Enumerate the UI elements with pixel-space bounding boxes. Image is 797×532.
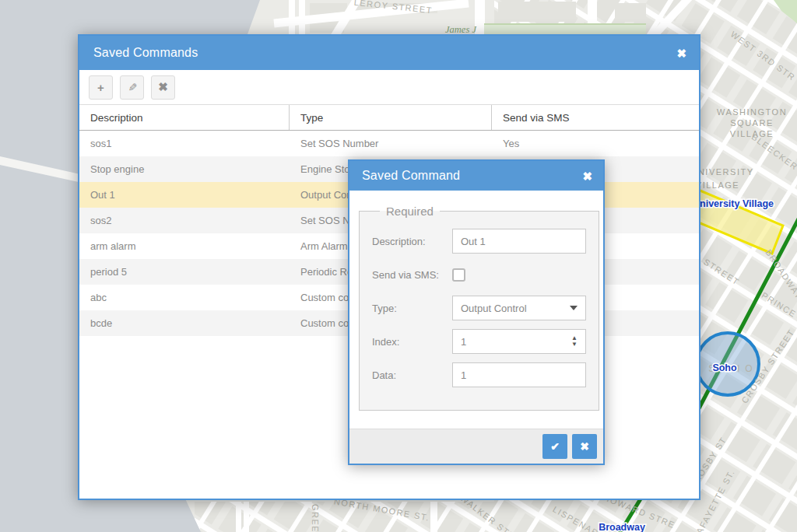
cell-description: period 5 — [79, 266, 290, 278]
cell-description: bcde — [79, 317, 290, 329]
form-row-description: Description: — [372, 229, 586, 254]
cell-description: sos2 — [79, 215, 290, 226]
form-row-index: Index: 1 ▲▼ — [372, 329, 586, 354]
description-input[interactable] — [452, 229, 586, 254]
svg-text:WASHINGTON: WASHINGTON — [717, 107, 787, 117]
table-header: Description Type Send via SMS — [79, 105, 699, 131]
svg-text:Broadway: Broadway — [599, 522, 645, 532]
cancel-button[interactable]: ✖ — [572, 434, 597, 459]
sms-label: Send via SMS: — [372, 269, 452, 281]
commands-toolbar: + ✎ ✖ — [79, 70, 699, 105]
dialog-title: Saved Command — [362, 169, 460, 183]
cell-description: sos1 — [79, 138, 290, 149]
type-label: Type: — [372, 303, 452, 314]
fieldset-legend: Required — [380, 205, 440, 218]
column-header-type[interactable]: Type — [290, 105, 492, 130]
cell-type: Set SOS Number — [290, 138, 492, 149]
saved-command-dialog: Saved Command ✖ Required Description: Se… — [348, 159, 605, 465]
description-label: Description: — [372, 236, 452, 247]
edit-command-button[interactable]: ✎ — [120, 75, 144, 100]
saved-commands-titlebar: Saved Commands ✖ — [79, 36, 699, 70]
close-icon[interactable]: ✖ — [676, 47, 686, 59]
index-value: 1 — [461, 336, 466, 348]
close-icon[interactable]: ✖ — [582, 170, 592, 182]
form-row-type: Type: Output Control — [372, 296, 586, 320]
dialog-title: Saved Commands — [93, 46, 198, 60]
column-header-sms[interactable]: Send via SMS — [492, 105, 699, 130]
form-row-sms: Send via SMS: — [372, 262, 586, 287]
cell-description: Stop engine — [79, 163, 290, 175]
confirm-button[interactable]: ✔ — [542, 434, 567, 459]
type-select[interactable]: Output Control — [452, 296, 586, 320]
svg-text:Soho: Soho — [712, 362, 737, 373]
data-label: Data: — [372, 369, 452, 381]
cell-description: abc — [79, 292, 290, 303]
index-label: Index: — [372, 336, 452, 348]
column-header-description[interactable]: Description — [79, 105, 290, 130]
svg-text:SQUARE: SQUARE — [730, 118, 773, 128]
app-window: LEROY STREET James J WEST 3RD STR WASHIN… — [0, 0, 797, 532]
svg-text:VILLAGE: VILLAGE — [696, 180, 739, 190]
svg-text:James J: James J — [445, 24, 477, 35]
sms-checkbox[interactable] — [452, 268, 465, 282]
delete-command-button[interactable]: ✖ — [151, 75, 175, 100]
index-spinner[interactable]: 1 ▲▼ — [452, 329, 586, 354]
spinner-arrows[interactable]: ▲▼ — [571, 335, 578, 348]
cell-description: arm alarm — [79, 240, 290, 252]
cell-sms: Yes — [492, 138, 699, 149]
plus-icon: + — [97, 81, 104, 94]
data-input[interactable] — [452, 362, 586, 387]
check-icon: ✔ — [550, 440, 560, 453]
svg-text:GREENWICH ST: GREENWICH ST — [311, 504, 320, 532]
required-fieldset: Required Description: Send via SMS: Type… — [359, 205, 599, 411]
spinner-down-icon[interactable]: ▼ — [571, 341, 578, 348]
add-command-button[interactable]: + — [89, 75, 113, 100]
cell-description: Out 1 — [79, 189, 290, 201]
type-select-value: Output Control — [461, 303, 527, 314]
pencil-icon: ✎ — [125, 82, 138, 92]
cancel-x-icon: ✖ — [580, 440, 589, 453]
svg-text:University Village: University Village — [693, 198, 774, 209]
chevron-down-icon — [570, 306, 578, 310]
form-row-data: Data: — [372, 362, 586, 387]
saved-command-footer: ✔ ✖ — [349, 429, 603, 464]
saved-command-titlebar: Saved Command ✖ — [349, 161, 603, 191]
saved-command-body: Required Description: Send via SMS: Type… — [349, 191, 603, 429]
delete-icon: ✖ — [158, 80, 168, 94]
table-row[interactable]: sos1 Set SOS Number Yes — [79, 131, 699, 156]
